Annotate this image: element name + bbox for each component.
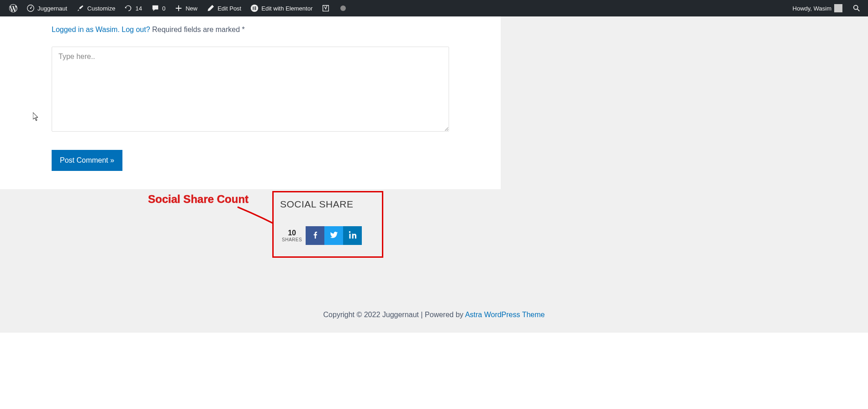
theme-link[interactable]: Astra WordPress Theme: [465, 311, 545, 319]
plus-icon: [175, 4, 183, 12]
svg-point-8: [854, 5, 858, 10]
annotation-label: Social Share Count: [148, 193, 249, 206]
linkedin-share-button[interactable]: [343, 226, 362, 245]
share-count-box: 10 SHARES: [280, 229, 306, 242]
brush-icon: [76, 4, 85, 12]
updates-count: 14: [135, 5, 142, 12]
share-label: SHARES: [282, 237, 302, 242]
share-count: 10: [282, 229, 302, 237]
elementor-item[interactable]: Edit with Elementor: [246, 0, 317, 16]
yoast-icon: [322, 4, 330, 12]
social-share-widget: SOCIAL SHARE 10 SHARES: [272, 191, 383, 258]
elementor-icon: [250, 4, 259, 12]
logout-link[interactable]: . Log out?: [117, 26, 150, 33]
customize-item[interactable]: Customize: [72, 0, 120, 16]
logged-in-link[interactable]: Logged in as Wasim: [52, 26, 117, 33]
svg-rect-5: [254, 8, 256, 9]
twitter-icon: [330, 231, 338, 241]
status-dot-item[interactable]: [334, 0, 352, 16]
facebook-share-button[interactable]: [306, 226, 324, 245]
admin-bar-left: Juggernaut Customize 14 0 New: [5, 0, 352, 16]
cursor-icon: [33, 112, 39, 122]
wp-admin-bar: Juggernaut Customize 14 0 New: [0, 0, 868, 16]
search-item[interactable]: [850, 0, 863, 16]
comments-item[interactable]: 0: [147, 0, 170, 16]
social-share-title: SOCIAL SHARE: [280, 199, 376, 210]
new-item[interactable]: New: [170, 0, 202, 16]
content-card: Logged in as Wasim. Log out? Required fi…: [0, 16, 501, 189]
twitter-share-button[interactable]: [324, 226, 343, 245]
updates-icon: [124, 4, 132, 12]
comment-icon: [151, 4, 159, 12]
search-icon: [852, 4, 861, 12]
edit-post-label: Edit Post: [217, 5, 241, 12]
svg-rect-4: [254, 6, 256, 7]
linkedin-icon: [349, 231, 356, 240]
copyright-bar: Copyright © 2022 Juggernaut | Powered by…: [0, 285, 868, 333]
new-label: New: [185, 5, 197, 12]
circle-icon: [339, 4, 347, 12]
howdy-item[interactable]: Howdy, Wasim: [788, 0, 847, 16]
elementor-label: Edit with Elementor: [261, 5, 312, 12]
site-name-label: Juggernaut: [37, 5, 67, 12]
yoast-item[interactable]: [317, 0, 334, 16]
updates-item[interactable]: 14: [120, 0, 146, 16]
howdy-label: Howdy, Wasim: [793, 5, 831, 12]
customize-label: Customize: [87, 5, 115, 12]
copyright-text: Copyright © 2022 Juggernaut | Powered by: [323, 311, 465, 319]
admin-bar-right: Howdy, Wasim: [788, 0, 863, 16]
share-row: 10 SHARES: [280, 226, 376, 245]
facebook-icon: [312, 231, 319, 240]
svg-point-1: [30, 8, 32, 9]
wordpress-icon: [9, 4, 17, 12]
edit-post-item[interactable]: Edit Post: [202, 0, 246, 16]
dashboard-icon: [26, 4, 35, 12]
logged-in-line: Logged in as Wasim. Log out? Required fi…: [52, 26, 449, 34]
footer-zone: Social Share Count SOCIAL SHARE 10 SHARE…: [0, 189, 868, 333]
site-name-item[interactable]: Juggernaut: [22, 0, 72, 16]
comments-count: 0: [162, 5, 165, 12]
page-wrap: Logged in as Wasim. Log out? Required fi…: [0, 16, 868, 333]
comment-textarea[interactable]: [52, 47, 449, 132]
svg-rect-3: [253, 6, 254, 10]
pencil-icon: [206, 4, 215, 12]
svg-rect-6: [254, 9, 256, 10]
avatar: [834, 4, 842, 12]
svg-point-7: [340, 5, 346, 11]
wp-logo[interactable]: [5, 0, 22, 16]
content-inner: Logged in as Wasim. Log out? Required fi…: [52, 16, 449, 189]
required-text: Required fields are marked *: [152, 26, 245, 33]
post-comment-button[interactable]: Post Comment »: [52, 150, 122, 171]
